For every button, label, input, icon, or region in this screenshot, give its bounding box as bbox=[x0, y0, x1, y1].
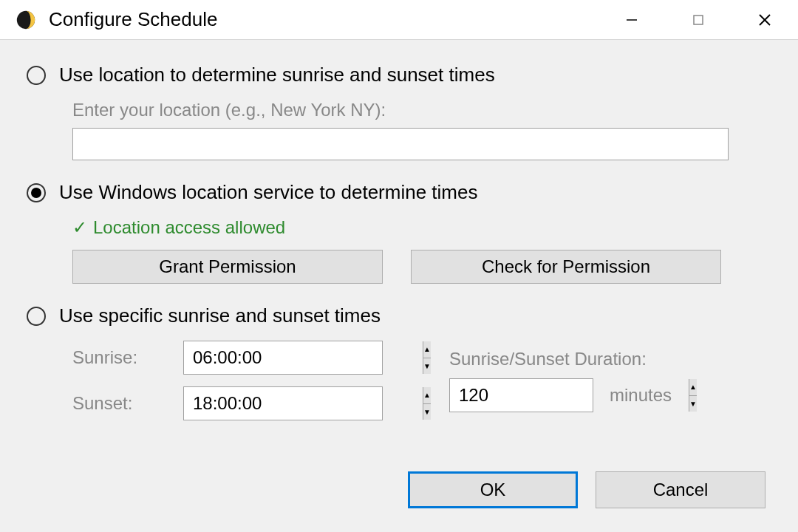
specific-subcontent: Sunrise: ▲ ▼ Sunrise/Sunset Duration: bbox=[72, 341, 771, 420]
windows-service-subcontent: ✓ Location access allowed Grant Permissi… bbox=[72, 217, 771, 284]
window-title: Configure Schedule bbox=[49, 8, 598, 31]
radio-row-location: Use location to determine sunrise and su… bbox=[27, 64, 771, 86]
svg-rect-2 bbox=[694, 16, 703, 24]
duration-down-button[interactable]: ▼ bbox=[689, 396, 697, 412]
window-controls bbox=[598, 0, 798, 39]
dialog-footer: OK Cancel bbox=[27, 471, 771, 514]
radio-row-specific: Use specific sunrise and sunset times bbox=[27, 304, 771, 327]
grant-permission-button[interactable]: Grant Permission bbox=[72, 250, 383, 284]
sunset-up-button[interactable]: ▲ bbox=[423, 387, 431, 404]
permission-button-row: Grant Permission Check for Permission bbox=[72, 250, 771, 284]
titlebar: Configure Schedule bbox=[0, 0, 798, 40]
duration-spinner-controls: ▲ ▼ bbox=[689, 379, 697, 412]
sunset-label: Sunset: bbox=[72, 393, 176, 414]
radio-windows-service[interactable] bbox=[27, 183, 46, 202]
duration-row: ▲ ▼ minutes bbox=[449, 378, 771, 412]
sunset-spinner-controls: ▲ ▼ bbox=[423, 387, 431, 420]
location-input[interactable] bbox=[72, 128, 729, 160]
check-icon: ✓ bbox=[72, 217, 87, 238]
duration-up-button[interactable]: ▲ bbox=[689, 379, 697, 396]
sunrise-spinner[interactable]: ▲ ▼ bbox=[183, 341, 383, 375]
option-use-location: Use location to determine sunrise and su… bbox=[27, 64, 771, 160]
option-specific-times: Use specific sunrise and sunset times Su… bbox=[27, 304, 771, 420]
minimize-button[interactable] bbox=[598, 0, 665, 39]
radio-label-specific: Use specific sunrise and sunset times bbox=[59, 304, 381, 327]
radio-label-location: Use location to determine sunrise and su… bbox=[59, 64, 495, 86]
radio-label-windows-service: Use Windows location service to determin… bbox=[59, 181, 477, 204]
configure-schedule-dialog: Configure Schedule Use location to deter… bbox=[0, 0, 798, 532]
close-button[interactable] bbox=[732, 0, 798, 39]
cancel-button[interactable]: Cancel bbox=[596, 471, 765, 508]
sunset-input[interactable] bbox=[184, 387, 423, 420]
duration-spinner[interactable]: ▲ ▼ bbox=[449, 378, 593, 412]
duration-unit: minutes bbox=[610, 385, 672, 406]
ok-button[interactable]: OK bbox=[408, 471, 578, 508]
location-subcontent: Enter your location (e.g., New York NY): bbox=[72, 100, 771, 160]
sunrise-label: Sunrise: bbox=[72, 347, 176, 368]
location-access-status: ✓ Location access allowed bbox=[72, 217, 771, 238]
sunset-down-button[interactable]: ▼ bbox=[423, 404, 431, 420]
duration-section: Sunrise/Sunset Duration: ▲ ▼ minutes bbox=[398, 349, 771, 412]
maximize-button[interactable] bbox=[665, 0, 732, 39]
status-text-label: Location access allowed bbox=[93, 217, 285, 238]
sunrise-input[interactable] bbox=[184, 341, 423, 374]
app-icon bbox=[15, 9, 37, 31]
time-grid: Sunrise: ▲ ▼ Sunrise/Sunset Duration: bbox=[72, 341, 771, 420]
check-permission-button[interactable]: Check for Permission bbox=[411, 250, 721, 284]
sunset-spinner[interactable]: ▲ ▼ bbox=[183, 386, 383, 420]
dialog-content: Use location to determine sunrise and su… bbox=[0, 40, 798, 532]
radio-row-windows-service: Use Windows location service to determin… bbox=[27, 181, 771, 204]
radio-use-location[interactable] bbox=[27, 66, 46, 85]
radio-specific-times[interactable] bbox=[27, 307, 46, 326]
location-field-label: Enter your location (e.g., New York NY): bbox=[72, 100, 771, 120]
option-windows-service: Use Windows location service to determin… bbox=[27, 181, 771, 284]
duration-label: Sunrise/Sunset Duration: bbox=[449, 349, 771, 369]
